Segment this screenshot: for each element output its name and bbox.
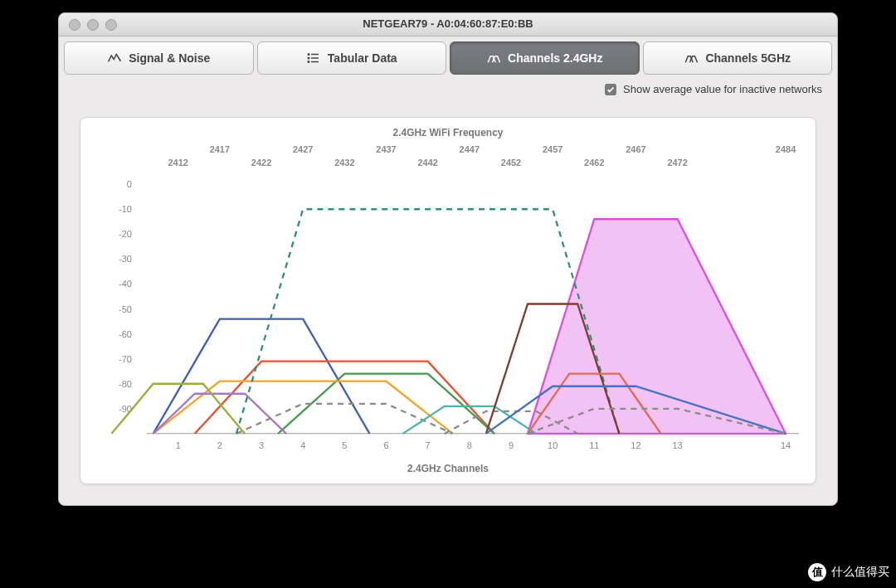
svg-text:2.4GHz Channels: 2.4GHz Channels: [407, 463, 489, 474]
svg-text:2457: 2457: [543, 144, 562, 154]
list-icon: [306, 51, 321, 66]
options-row: Show average value for inactive networks: [59, 75, 837, 100]
window-title: NETGEAR79 - A0:04:60:87:E0:BB: [59, 17, 837, 30]
svg-text:-70: -70: [119, 354, 132, 364]
svg-text:14: 14: [781, 440, 791, 450]
svg-text:2472: 2472: [667, 158, 687, 168]
signal-icon: [107, 51, 122, 66]
svg-text:-50: -50: [119, 304, 132, 314]
svg-text:2422: 2422: [251, 158, 271, 168]
svg-text:7: 7: [426, 440, 431, 450]
svg-point-4: [308, 57, 309, 59]
tab-channels-5ghz[interactable]: Channels 5GHz: [643, 41, 833, 75]
channels-icon: [684, 51, 699, 66]
svg-text:2417: 2417: [210, 144, 230, 154]
svg-text:2447: 2447: [460, 144, 480, 154]
channels-icon: [486, 51, 501, 66]
tabbar: Signal & Noise Tabular Data Channels 2.4…: [64, 41, 832, 75]
checkbox-label: Show average value for inactive networks: [623, 83, 822, 95]
svg-text:4: 4: [300, 440, 305, 450]
app-window: NETGEAR79 - A0:04:60:87:E0:BB Signal & N…: [58, 12, 838, 506]
svg-text:0: 0: [127, 179, 132, 189]
tab-channels-24ghz[interactable]: Channels 2.4GHz: [450, 41, 640, 75]
watermark-text: 什么值得买: [831, 565, 889, 580]
svg-text:13: 13: [673, 440, 683, 450]
svg-text:2442: 2442: [417, 158, 437, 168]
watermark-badge-icon: 值: [808, 563, 826, 581]
svg-text:2427: 2427: [293, 144, 313, 154]
svg-point-3: [308, 54, 309, 56]
svg-text:2412: 2412: [168, 158, 188, 168]
svg-text:-20: -20: [119, 229, 132, 239]
svg-text:-40: -40: [119, 279, 132, 289]
svg-text:11: 11: [589, 440, 599, 450]
tab-label: Tabular Data: [328, 51, 397, 65]
svg-text:2462: 2462: [584, 158, 604, 168]
tab-label: Channels 2.4GHz: [508, 51, 602, 65]
svg-text:2.4GHz WiFi Frequency: 2.4GHz WiFi Frequency: [393, 127, 504, 138]
svg-text:10: 10: [548, 440, 558, 450]
watermark: 值 什么值得买: [808, 563, 889, 581]
svg-text:-80: -80: [119, 379, 132, 389]
tab-tabular-data[interactable]: Tabular Data: [257, 41, 447, 75]
tab-label: Signal & Noise: [129, 51, 210, 65]
svg-text:2467: 2467: [626, 144, 645, 154]
svg-text:6: 6: [383, 440, 388, 450]
chart-card: 2.4GHz WiFi Frequency2412241724222427243…: [80, 117, 816, 484]
titlebar[interactable]: NETGEAR79 - A0:04:60:87:E0:BB: [59, 13, 837, 36]
show-average-checkbox[interactable]: [605, 84, 616, 95]
svg-text:2: 2: [217, 440, 222, 450]
channels-chart: 2.4GHz WiFi Frequency2412241724222427243…: [80, 118, 816, 484]
svg-text:2452: 2452: [501, 158, 521, 168]
svg-point-5: [308, 61, 309, 63]
tab-label: Channels 5GHz: [705, 51, 791, 65]
svg-text:3: 3: [259, 440, 264, 450]
svg-text:2432: 2432: [334, 158, 354, 168]
svg-text:9: 9: [509, 440, 514, 450]
svg-text:12: 12: [631, 440, 640, 450]
svg-text:-30: -30: [119, 254, 132, 264]
svg-text:8: 8: [467, 440, 472, 450]
svg-text:5: 5: [342, 440, 347, 450]
svg-text:2437: 2437: [376, 144, 396, 154]
svg-text:-60: -60: [119, 329, 132, 339]
svg-text:-10: -10: [119, 204, 132, 214]
svg-text:1: 1: [176, 440, 181, 450]
tab-signal-noise[interactable]: Signal & Noise: [64, 41, 254, 75]
check-icon: [606, 85, 615, 94]
svg-text:2484: 2484: [776, 144, 796, 154]
